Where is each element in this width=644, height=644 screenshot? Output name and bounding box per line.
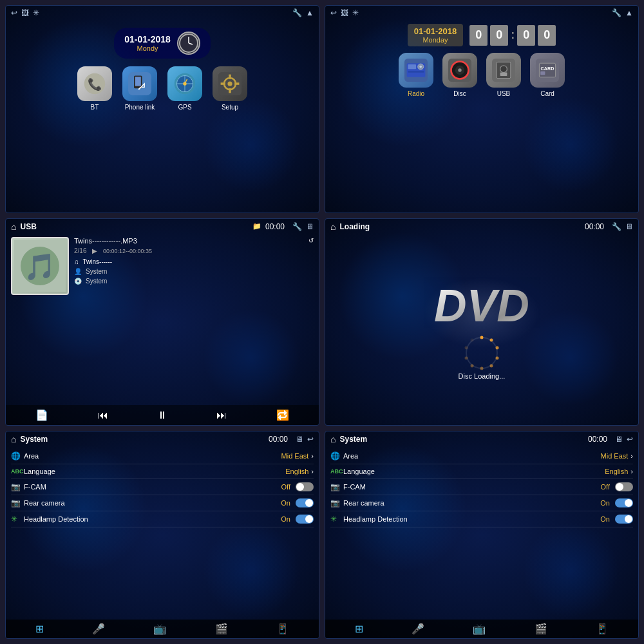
play-pause-btn[interactable]: ⏸ — [157, 410, 167, 421]
radio-up-icon[interactable]: ▲ — [625, 8, 633, 17]
sys2-navbar: ⊞ 🎤 📺 🎬 📱 — [325, 620, 638, 638]
sys2-nav-phone[interactable]: 📱 — [596, 623, 609, 635]
play-icon[interactable]: ▶ — [92, 247, 97, 254]
sys1-fcam-row[interactable]: 📷 F-CAM Off — [11, 479, 314, 495]
home-topbar-left: ↩ 🖼 ✳ — [11, 8, 39, 17]
radio-day: Monday — [422, 36, 448, 44]
sys1-area-row[interactable]: 🌐 Area Mid East › — [11, 448, 314, 464]
dvd-header: ⌂ Loading 00:00 🔧 🖥 — [325, 219, 638, 234]
sys2-head-label: Headlamp Detection — [343, 515, 600, 523]
repeat-icon[interactable]: ↺ — [308, 237, 314, 244]
sys1-nav-mic[interactable]: 🎤 — [92, 623, 105, 635]
sys2-head-icon: ✳ — [330, 515, 343, 524]
usb-app[interactable]: USB — [486, 53, 521, 97]
sys2-rear-row[interactable]: 📷 Rear camera On — [330, 495, 633, 511]
sys1-nav-phone[interactable]: 📱 — [276, 623, 289, 635]
up-icon[interactable]: ▲ — [306, 8, 314, 17]
usb-label: USB — [497, 90, 511, 97]
svg-point-52 — [480, 366, 484, 370]
repeat-btn[interactable]: 🔁 — [276, 409, 289, 421]
phone-icon-img — [122, 66, 157, 101]
sys1-rear-row[interactable]: 📷 Rear camera On — [11, 495, 314, 511]
sys2-nav-screen[interactable]: 📺 — [473, 623, 486, 635]
sys2-home-icon[interactable]: ⌂ — [330, 434, 336, 444]
sys1-fcam-label: F-CAM — [24, 483, 281, 491]
radio-tools-icon[interactable]: 🔧 — [612, 8, 621, 17]
screen-usb: ⌂ USB 📁 00:00 🔧 🖥 🎵 Twins------------.MP… — [5, 218, 319, 426]
playlist-item-1[interactable]: ♫ Twins------ — [74, 257, 314, 267]
sys2-back-icon[interactable]: ↩ — [627, 435, 633, 444]
sys1-lang-row[interactable]: ABC Language English › — [11, 464, 314, 479]
radio-bright-icon[interactable]: ✳ — [352, 8, 359, 17]
gps-icon-img — [167, 66, 202, 101]
bt-app[interactable]: 📞 BT — [77, 66, 112, 111]
svg-rect-25 — [408, 64, 416, 69]
screen-home: ↩ 🖼 ✳ 🔧 ▲ 01-01-2018 Mondy — [5, 5, 319, 213]
svg-point-46 — [466, 337, 497, 368]
flip-m1: 0 — [517, 25, 535, 46]
usb-display-icon[interactable]: 🖥 — [306, 222, 314, 231]
usb-folder-icon2[interactable]: 📁 — [252, 222, 261, 231]
sys1-display-icon[interactable]: 🖥 — [296, 435, 303, 444]
sys2-fcam-row[interactable]: 📷 F-CAM Off — [330, 479, 633, 495]
playlist-btn[interactable]: 📄 — [35, 409, 48, 421]
sys1-nav-screen[interactable]: 📺 — [153, 623, 166, 635]
radio-icons: Radio Disc — [325, 53, 638, 97]
next-btn[interactable]: ⏭ — [216, 410, 227, 421]
home-date-area: 01-01-2018 Mondy — [6, 25, 319, 59]
flip-colon: : — [511, 28, 515, 42]
sys2-fcam-toggle[interactable] — [615, 482, 633, 491]
svg-point-53 — [471, 364, 474, 367]
card-icon-img: CARD — [530, 53, 565, 88]
sys1-time: 00:00 — [269, 435, 288, 444]
sys2-nav-mic[interactable]: 🎤 — [412, 623, 424, 635]
setup-app[interactable]: Setup — [213, 66, 247, 111]
usb-tools-icon[interactable]: 🔧 — [292, 222, 302, 231]
prev-btn[interactable]: ⏮ — [98, 410, 108, 421]
sys1-back-icon[interactable]: ↩ — [307, 435, 314, 444]
card-app[interactable]: CARD Card — [530, 53, 565, 97]
gps-app[interactable]: GPS — [167, 66, 202, 111]
radio-folder-icon[interactable]: 🖼 — [341, 8, 348, 17]
sys2-display-icon[interactable]: 🖥 — [615, 435, 623, 444]
radio-date-area: 01-01-2018 Monday 0 0 : 0 0 — [408, 24, 556, 46]
disc-icon-img — [442, 53, 477, 88]
svg-point-49 — [496, 346, 499, 349]
svg-point-56 — [471, 338, 474, 341]
folder-icon[interactable]: 🖼 — [21, 8, 29, 17]
sys1-fcam-toggle[interactable] — [296, 482, 314, 491]
sys2-head-toggle[interactable] — [615, 515, 633, 524]
sys1-nav-media[interactable]: 🎬 — [215, 623, 228, 635]
sys1-head-row[interactable]: ✳ Headlamp Detection On — [11, 511, 314, 527]
sys2-nav-home[interactable]: ⊞ — [355, 623, 363, 635]
dvd-display-icon[interactable]: 🖥 — [625, 222, 633, 231]
usb-home-icon[interactable]: ⌂ — [11, 222, 16, 232]
disc-app[interactable]: Disc — [442, 53, 477, 97]
radio-back-icon[interactable]: ↩ — [330, 8, 337, 17]
sys2-rear-toggle[interactable] — [615, 498, 633, 507]
playlist-item-3[interactable]: 💿 System — [74, 276, 314, 286]
dvd-home-icon[interactable]: ⌂ — [330, 222, 336, 232]
sys2-lang-row[interactable]: ABC Language English › — [330, 464, 633, 479]
sys1-head-toggle[interactable] — [296, 515, 314, 524]
sys2-area-row[interactable]: 🌐 Area Mid East › — [330, 448, 633, 464]
music-note-1: ♫ — [74, 258, 79, 265]
phone-app[interactable]: Phone link — [122, 66, 157, 111]
playlist-item-2[interactable]: 👤 System — [74, 267, 314, 276]
track-info: Twins------------.MP3 ↺ 2/16 ▶ 00:00:12-… — [74, 237, 314, 295]
back-icon[interactable]: ↩ — [11, 8, 17, 17]
sys1-home-icon[interactable]: ⌂ — [11, 434, 16, 444]
sys1-rear-toggle[interactable] — [296, 498, 314, 507]
dvd-tools-icon[interactable]: 🔧 — [612, 222, 621, 231]
sys1-nav-home[interactable]: ⊞ — [35, 623, 44, 635]
disc-loading-text: Disc Loading... — [459, 372, 506, 380]
brightness-icon[interactable]: ✳ — [33, 8, 39, 17]
sys2-head-row[interactable]: ✳ Headlamp Detection On — [330, 511, 633, 527]
sys2-nav-media[interactable]: 🎬 — [535, 623, 547, 635]
setup-icon-img — [213, 66, 247, 101]
svg-rect-19 — [229, 75, 231, 79]
svg-point-48 — [490, 338, 493, 341]
home-icons: 📞 BT Phone link — [6, 66, 319, 111]
tools-icon[interactable]: 🔧 — [292, 8, 302, 17]
radio-app[interactable]: Radio — [399, 53, 433, 97]
